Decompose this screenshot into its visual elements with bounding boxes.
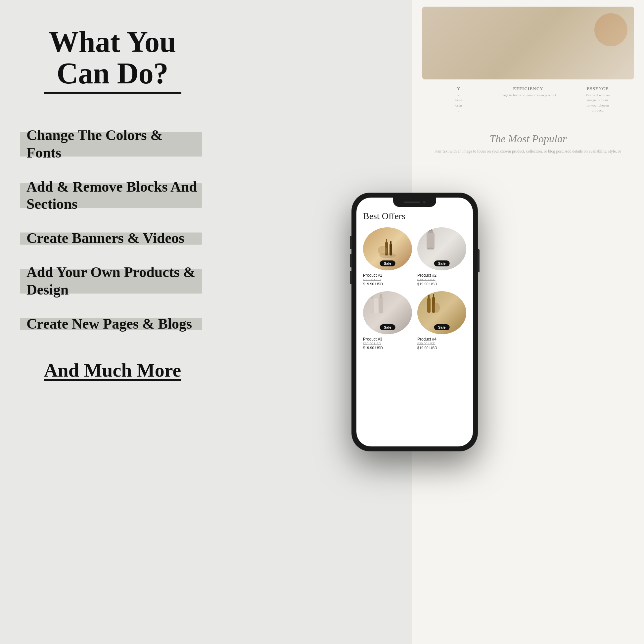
feature-item-pages-blogs: Create New Pages & Blogs xyxy=(26,315,199,333)
feature-item-products-design: Add Your Own Products & Design xyxy=(26,264,199,299)
svg-rect-13 xyxy=(375,295,377,299)
product-image-wrap-2: Sale xyxy=(417,227,466,270)
feature-item-banners-videos: Create Banners & Videos xyxy=(26,230,199,247)
phone-screen: Best Offers xyxy=(356,198,473,446)
strip-col-desc-1: onfocusosen. xyxy=(426,93,492,113)
notch-speaker xyxy=(404,202,420,203)
title-underline xyxy=(44,92,181,94)
and-more-text: And Much More xyxy=(44,359,181,381)
product-price-old-2: $30.00 USD xyxy=(417,278,466,282)
svg-rect-20 xyxy=(433,294,434,298)
product-price-new-1: $19.90 USD xyxy=(363,282,412,286)
svg-rect-2 xyxy=(386,239,387,243)
left-panel: What You Can Do? Change The Colors & Fon… xyxy=(0,0,218,644)
svg-rect-8 xyxy=(429,228,432,231)
and-more-section: And Much More xyxy=(26,359,199,381)
svg-rect-14 xyxy=(379,297,383,313)
phone-wrapper: Best Offers xyxy=(352,193,478,451)
product-price-old-4: $30.00 USD xyxy=(417,342,466,346)
product-image-wrap-1: Sale xyxy=(363,227,412,270)
phone-content: Best Offers xyxy=(356,198,473,446)
feature-item-colors-fonts: Change The Colors & Fonts xyxy=(26,127,199,162)
strip-col-2: EFFICIENCY image to focus on your chosen… xyxy=(495,86,561,113)
strip-top-image xyxy=(422,7,634,79)
svg-rect-12 xyxy=(374,298,378,313)
strip-col-title-1: Y xyxy=(426,86,492,91)
sale-badge-4: Sale xyxy=(434,324,450,330)
product-name-4: Product #4 xyxy=(417,337,466,342)
product-card-1: Sale Product #1 $30.00 USD $19.90 USD xyxy=(363,227,412,286)
svg-point-9 xyxy=(427,248,435,250)
product-card-3: Sale Product #3 $30.00 USD $19.90 USD xyxy=(363,291,412,350)
strip-bottom-desc: Pair text with an image to focus on your… xyxy=(429,148,627,155)
product-2-illustration xyxy=(417,227,444,254)
strip-column-headers: Y onfocusosen. EFFICIENCY image to focus… xyxy=(422,86,634,113)
svg-rect-15 xyxy=(380,294,382,298)
feature-item-blocks-sections: Add & Remove Blocks And Sections xyxy=(26,178,199,213)
svg-rect-3 xyxy=(390,244,392,255)
strip-col-3: ESSENCE Pair text with animage to focuso… xyxy=(565,86,631,113)
svg-rect-11 xyxy=(371,295,373,299)
strip-col-desc-3: Pair text with animage to focuson your c… xyxy=(565,93,631,113)
product-3-illustration xyxy=(363,291,390,318)
feature-text-banners-videos: Create Banners & Videos xyxy=(26,230,184,246)
svg-rect-6 xyxy=(427,232,435,249)
strip-bottom-section: The Most Popular Pair text with an image… xyxy=(422,126,634,161)
strip-bottom-title: The Most Popular xyxy=(429,132,627,145)
product-price-old-3: $30.00 USD xyxy=(363,342,412,346)
product-card-2: Sale Product #2 $30.00 USD $19.90 USD xyxy=(417,227,466,286)
strip-col-desc-2: image to focus on your chosen product. xyxy=(495,93,561,98)
product-name-2: Product #2 xyxy=(417,273,466,278)
product-card-4: Sale Product #4 $30.00 USD $19.90 USD xyxy=(417,291,466,350)
svg-rect-10 xyxy=(370,299,374,313)
right-panel: Y onfocusosen. EFFICIENCY image to focus… xyxy=(218,0,644,644)
product-grid: Sale Product #1 $30.00 USD $19.90 USD xyxy=(363,227,466,350)
svg-rect-16 xyxy=(427,298,431,313)
svg-rect-17 xyxy=(428,295,430,299)
product-price-new-2: $19.90 USD xyxy=(417,282,466,286)
phone-section-title: Best Offers xyxy=(363,211,466,221)
svg-rect-4 xyxy=(390,241,391,245)
product-name-3: Product #3 xyxy=(363,337,412,342)
feature-text-pages-blogs: Create New Pages & Blogs xyxy=(26,316,192,332)
main-container: What You Can Do? Change The Colors & Fon… xyxy=(0,0,644,644)
svg-point-21 xyxy=(433,303,440,313)
product-name-1: Product #1 xyxy=(363,273,412,278)
page-title: What You Can Do? xyxy=(26,26,199,89)
product-image-wrap-3: Sale xyxy=(363,291,412,334)
strip-col-title-2: EFFICIENCY xyxy=(495,86,561,91)
product-image-wrap-4: Sale xyxy=(417,291,466,334)
strip-col-title-3: ESSENCE xyxy=(565,86,631,91)
sale-badge-1: Sale xyxy=(380,260,395,266)
phone-outer: Best Offers xyxy=(352,193,478,451)
notch-camera xyxy=(423,201,426,204)
product-4-illustration xyxy=(417,291,444,318)
svg-point-5 xyxy=(378,246,387,255)
strip-col-1: Y onfocusosen. xyxy=(426,86,492,113)
phone-notch xyxy=(393,198,436,207)
product-price-new-3: $19.90 USD xyxy=(363,346,412,350)
product-1-illustration xyxy=(374,236,401,262)
product-price-old-1: $30.00 USD xyxy=(363,278,412,282)
feature-list: Change The Colors & Fonts Add & Remove B… xyxy=(26,127,199,333)
product-price-new-4: $19.90 USD xyxy=(417,346,466,350)
sale-badge-3: Sale xyxy=(380,324,395,330)
sale-badge-2: Sale xyxy=(434,260,450,266)
